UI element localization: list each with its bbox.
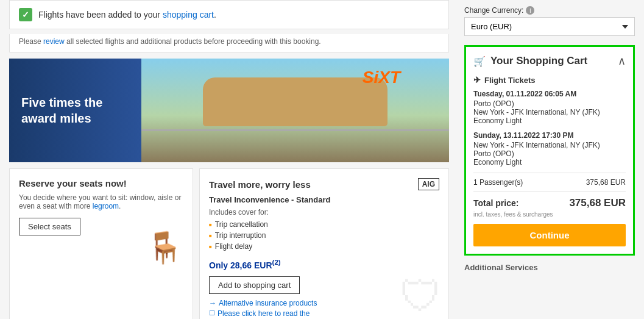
banner-headline: Five times the award miles: [21, 95, 102, 126]
total-divider: [473, 192, 626, 192]
promotional-banner[interactable]: Five times the award miles SiXT: [9, 59, 449, 162]
additional-services-label: Additional Services: [464, 263, 635, 272]
cart-title-group: 🛒 Your Shopping Cart: [473, 55, 587, 67]
cards-row: Reserve your seats now! You decide where…: [9, 168, 449, 319]
check-icon: [19, 8, 32, 21]
passengers-label: 1 Passenger(s): [473, 178, 523, 187]
cover-item-2: Trip interruption: [209, 230, 439, 241]
flight-tickets-section-title: ✈ Flight Tickets: [473, 75, 626, 85]
review-link[interactable]: review: [43, 37, 65, 46]
seat-card-subtitle: You decide where you want to sit: window…: [19, 193, 183, 210]
total-price: 375,68 EUR: [569, 197, 626, 209]
insurance-card: Travel more, worry less AIG Travel Incon…: [199, 168, 449, 319]
notification-text: Flights have been added to your shopping…: [38, 10, 216, 20]
surcharges-note: incl. taxes, fees & surcharges: [473, 211, 626, 218]
seat-card: Reserve your seats now! You decide where…: [9, 168, 193, 319]
banner-image: [141, 59, 449, 162]
flight-2-date: Sunday, 13.11.2022 17:30 PM: [473, 131, 626, 140]
flight-1-from: Porto (OPO): [473, 99, 626, 108]
collapse-cart-button[interactable]: ∧: [618, 54, 626, 68]
cover-list: Trip cancellation Trip interruption Flig…: [209, 219, 439, 252]
currency-label: Change Currency: i: [464, 6, 635, 15]
currency-section: Change Currency: i Euro (EUR)USD (US Dol…: [464, 6, 635, 36]
flight-item-1: Tuesday, 01.11.2022 06:05 AM Porto (OPO)…: [473, 90, 626, 125]
flight-1-to: New York - JFK International, NY (JFK): [473, 108, 626, 116]
legroom-link[interactable]: legroom: [93, 202, 119, 210]
aig-badge: AIG: [418, 178, 439, 190]
add-to-cart-button[interactable]: Add to shopping cart: [209, 276, 300, 294]
insurance-card-title: Travel more, worry less: [209, 179, 311, 190]
flight-2-from: New York - JFK International, NY (JFK): [473, 141, 626, 149]
continue-button[interactable]: Continue: [473, 224, 626, 246]
shopping-cart-link[interactable]: shopping cart: [163, 10, 214, 20]
plane-icon: ✈: [473, 75, 481, 85]
seat-illustration-icon: 🪑: [146, 230, 183, 265]
cover-item-1: Trip cancellation: [209, 219, 439, 230]
right-panel: Change Currency: i Euro (EUR)USD (US Dol…: [455, 0, 644, 319]
passengers-price: 375,68 EUR: [586, 178, 626, 187]
currency-info-icon[interactable]: i: [526, 6, 534, 15]
insurance-product-name: Travel Inconvenience - Standard: [209, 195, 439, 204]
insurance-header: Travel more, worry less AIG: [209, 178, 439, 190]
passengers-row: 1 Passenger(s) 375,68 EUR: [473, 178, 626, 187]
total-row: Total price: 375,68 EUR: [473, 197, 626, 209]
cart-divider: [473, 173, 626, 173]
cart-header: 🛒 Your Shopping Cart ∧: [473, 54, 626, 68]
flight-2-to: Porto (OPO): [473, 149, 626, 158]
shield-icon: 🛡: [400, 272, 442, 319]
cover-item-3: Flight delay: [209, 241, 439, 252]
sixt-logo: SiXT: [363, 68, 400, 87]
cart-icon: 🛒: [473, 56, 486, 67]
flight-1-class: Economy Light: [473, 116, 626, 125]
review-notice: Please review all selected flights and a…: [9, 34, 449, 52]
shopping-cart-box: 🛒 Your Shopping Cart ∧ ✈ Flight Tickets …: [464, 45, 635, 256]
notification-bar: Flights have been added to your shopping…: [9, 0, 449, 29]
insurance-price: Only 28,66 EUR(2): [209, 258, 439, 270]
flight-2-class: Economy Light: [473, 158, 626, 167]
select-seats-button[interactable]: Select seats: [19, 218, 80, 235]
total-label: Total price:: [473, 198, 518, 208]
flight-item-2: Sunday, 13.11.2022 17:30 PM New York - J…: [473, 131, 626, 167]
currency-dropdown[interactable]: Euro (EUR)USD (US Dollar)GBP (British Po…: [464, 17, 635, 36]
seat-card-title: Reserve your seats now!: [19, 178, 183, 188]
includes-label: Includes cover for:: [209, 208, 439, 217]
flight-1-date: Tuesday, 01.11.2022 06:05 AM: [473, 90, 626, 98]
cart-title: Your Shopping Cart: [490, 55, 587, 67]
